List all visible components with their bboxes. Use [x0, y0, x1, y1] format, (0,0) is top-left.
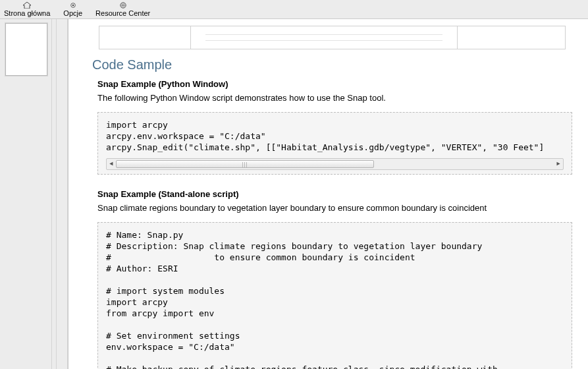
scroll-right-arrow[interactable]: ► — [554, 159, 563, 169]
table-row — [99, 26, 566, 48]
toolbar-home[interactable]: Strona główna — [4, 2, 50, 17]
scroll-thumb[interactable] — [116, 160, 374, 168]
code-text[interactable]: import arcpy arcpy.env.workspace = "C:/d… — [106, 119, 564, 153]
table-cell — [191, 26, 458, 49]
svg-point-1 — [72, 5, 74, 7]
example2-heading: Snap Example (Stand-alone script) — [97, 189, 572, 199]
app-window: Strona główna Opcje Resource Center — [0, 0, 588, 369]
example2-description: Snap climate regions boundary to vegetat… — [97, 203, 572, 213]
table-cell — [458, 26, 566, 49]
code-sample-2: # Name: Snap.py # Description: Snap clim… — [97, 222, 572, 369]
scroll-track[interactable] — [116, 159, 554, 169]
toolbar-resource-center-label: Resource Center — [95, 9, 150, 17]
toolbar: Strona główna Opcje Resource Center — [0, 0, 588, 19]
sidebar-divider[interactable] — [51, 19, 56, 369]
scroll-left-arrow[interactable]: ◄ — [107, 159, 116, 169]
horizontal-scrollbar[interactable]: ◄ ► — [106, 158, 564, 170]
toolbar-options-label: Opcje — [63, 9, 82, 17]
page-thumbnail[interactable] — [5, 23, 47, 76]
document-content: Code Sample Snap Example (Python Window)… — [68, 19, 588, 369]
example1-description: The following Python Window script demon… — [97, 93, 572, 103]
thumbnail-sidebar — [0, 19, 51, 369]
vertical-gutter — [56, 19, 68, 369]
code-sample-1: import arcpy arcpy.env.workspace = "C:/d… — [97, 112, 572, 175]
code-text[interactable]: # Name: Snap.py # Description: Snap clim… — [106, 229, 564, 369]
home-icon — [22, 2, 32, 9]
toolbar-home-label: Strona główna — [4, 9, 50, 17]
table-cell — [99, 26, 191, 49]
globe-icon — [118, 2, 128, 9]
section-heading: Code Sample — [92, 57, 572, 72]
toolbar-options[interactable]: Opcje — [63, 2, 82, 17]
toolbar-resource-center[interactable]: Resource Center — [95, 2, 150, 17]
gear-icon — [68, 2, 78, 9]
example1-heading: Snap Example (Python Window) — [97, 79, 572, 89]
